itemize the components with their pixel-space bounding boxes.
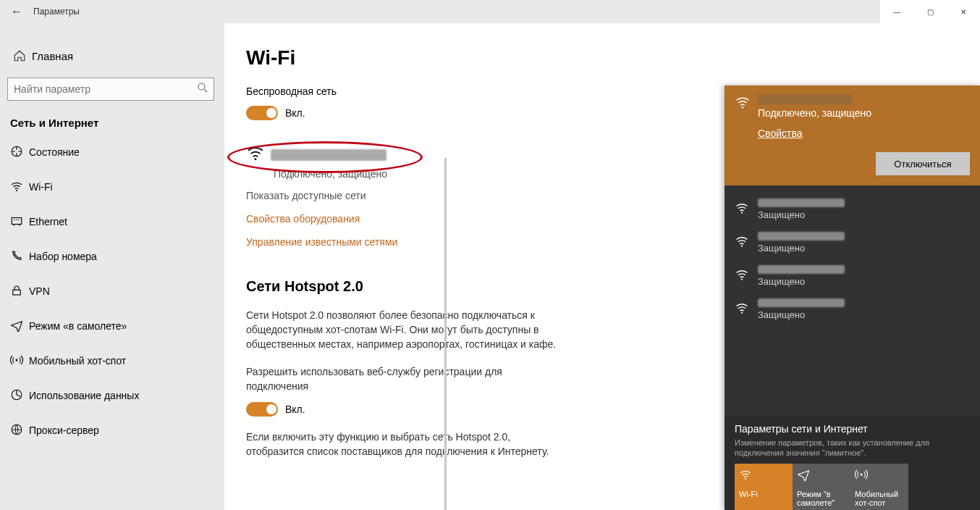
sidebar-item-label: Ethernet [29, 216, 67, 227]
flyout-settings-title: Параметры сети и Интернет [735, 423, 970, 435]
tile-airplane[interactable]: Режим "в самолете" [793, 464, 850, 510]
sidebar-item-data[interactable]: Использование данных [0, 378, 224, 413]
search-input[interactable] [7, 78, 214, 101]
flyout-connected[interactable]: Подключено, защищено Свойства Отключитьс… [725, 85, 980, 185]
hotspot-icon [855, 468, 904, 490]
wifi-icon [246, 143, 265, 167]
airplane-icon [797, 468, 846, 490]
wifi-icon [735, 267, 753, 285]
sidebar-home-label: Главная [32, 50, 73, 62]
flyout-network-item[interactable]: Защищено [735, 259, 970, 293]
toggle-label: Вкл. [285, 404, 305, 415]
dialup-icon [10, 249, 29, 264]
sidebar-heading: Сеть и Интернет [0, 101, 224, 135]
data-icon [10, 388, 29, 404]
hotspot-icon [10, 354, 29, 369]
flyout-settings[interactable]: Параметры сети и Интернет Изменение пара… [725, 416, 980, 510]
sidebar-item-label: Прокси-сервер [29, 425, 99, 436]
wifi-icon [739, 468, 788, 490]
network-name-redacted [758, 198, 845, 207]
network-name-redacted [758, 94, 852, 104]
flyout-properties-link[interactable]: Свойства [758, 128, 871, 139]
network-name-redacted [758, 265, 845, 274]
tile-wifi[interactable]: Wi-Fi [735, 464, 793, 510]
network-name-redacted [271, 149, 386, 161]
sidebar-item-label: Использование данных [29, 390, 139, 401]
disconnect-button[interactable]: Отключиться [876, 152, 970, 175]
hotspot-toggle-label: Разрешить использовать веб-службу регист… [246, 364, 565, 393]
flyout-settings-sub: Изменение параметров, таких как установл… [735, 438, 970, 458]
scroll-indicator [444, 158, 447, 510]
sidebar-item-label: VPN [29, 285, 50, 297]
network-name-redacted [758, 232, 845, 241]
sidebar-item-label: Набор номера [29, 251, 97, 262]
hotspot-note: Если включить эту функцию и выбрать сеть… [246, 430, 565, 459]
sidebar-item-label: Состояние [29, 146, 80, 158]
sidebar-item-label: Режим «в самолете» [29, 320, 127, 332]
search-icon [192, 81, 214, 97]
network-status: Защищено [758, 209, 845, 220]
window-title: Параметры [33, 7, 80, 17]
hotspot-desc: Сети Hotspot 2.0 позволяют более безопас… [246, 308, 565, 351]
status-icon [10, 145, 29, 160]
sidebar: Главная Сеть и Интернет СостояниеWi-FiEt… [0, 23, 224, 510]
wifi-icon [735, 301, 753, 319]
flyout-connected-status: Подключено, защищено [758, 107, 871, 119]
toggle-switch[interactable] [246, 106, 278, 120]
sidebar-item-status[interactable]: Состояние [0, 135, 224, 170]
sidebar-item-wifi[interactable]: Wi-Fi [0, 170, 224, 204]
flyout-network-item[interactable]: Защищено [735, 226, 970, 259]
minimize-button[interactable]: — [880, 0, 913, 23]
sidebar-item-ethernet[interactable]: Ethernet [0, 204, 224, 239]
search-field[interactable] [8, 83, 192, 95]
sidebar-item-dialup[interactable]: Набор номера [0, 239, 224, 274]
sidebar-item-airplane[interactable]: Режим «в самолете» [0, 309, 224, 343]
sidebar-home[interactable]: Главная [0, 40, 224, 72]
sidebar-item-proxy[interactable]: Прокси-сервер [0, 413, 224, 448]
ethernet-icon [10, 214, 29, 230]
wifi-icon [10, 180, 29, 195]
maximize-button[interactable]: ▢ [913, 0, 947, 23]
network-status: Защищено [758, 276, 845, 287]
sidebar-item-hotspot[interactable]: Мобильный хот-спот [0, 343, 224, 378]
airplane-icon [10, 319, 29, 334]
flyout-network-item[interactable]: Защищено [735, 193, 970, 226]
network-status: Защищено [758, 309, 845, 320]
toggle-switch[interactable] [246, 402, 278, 417]
page-title: Wi-Fi [246, 46, 980, 70]
tile-hotspot[interactable]: Мобильный хот-спот [850, 464, 908, 510]
tile-label: Режим "в самолете" [797, 490, 846, 507]
title-bar: ← Параметры — ▢ ✕ [0, 0, 980, 23]
tile-label: Мобильный хот-спот [855, 490, 904, 507]
wifi-icon [735, 201, 753, 219]
tile-label: Wi-Fi [739, 490, 788, 498]
back-button[interactable]: ← [0, 5, 33, 18]
sidebar-item-label: Wi-Fi [29, 181, 53, 193]
close-button[interactable]: ✕ [947, 0, 980, 23]
wifi-icon [735, 234, 753, 252]
sidebar-item-vpn[interactable]: VPN [0, 274, 224, 309]
proxy-icon [10, 423, 29, 438]
network-flyout: Подключено, защищено Свойства Отключитьс… [725, 85, 980, 510]
wifi-icon [735, 94, 753, 114]
flyout-network-item[interactable]: Защищено [735, 293, 970, 326]
network-status: Защищено [758, 243, 845, 254]
toggle-label: Вкл. [285, 107, 305, 119]
sidebar-item-label: Мобильный хот-спот [29, 355, 126, 367]
vpn-icon [10, 284, 29, 299]
home-icon [10, 49, 29, 62]
network-name-redacted [758, 298, 845, 307]
